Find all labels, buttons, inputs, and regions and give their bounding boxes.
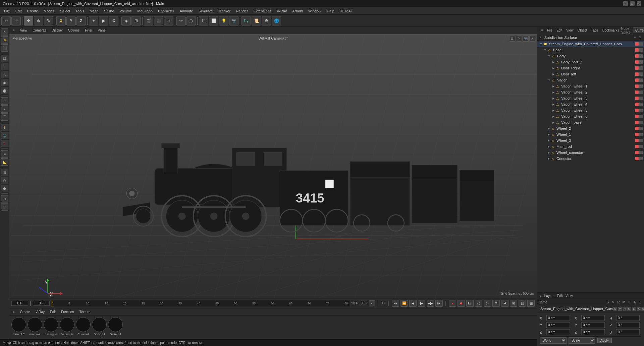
- vw6-grid[interactable]: [639, 115, 643, 118]
- vw1-dot[interactable]: [635, 84, 639, 88]
- rph-toggle[interactable]: ≡: [539, 28, 545, 33]
- vw2-grid[interactable]: [639, 91, 643, 94]
- mat-menu-vray[interactable]: V-Ray: [34, 309, 46, 314]
- menu-extensions[interactable]: Extensions: [251, 8, 274, 14]
- rph-view[interactable]: View: [564, 28, 576, 33]
- paint-button[interactable]: ✏: [176, 16, 186, 25]
- vp-menu-view[interactable]: View: [19, 28, 29, 33]
- mr-dot[interactable]: [635, 145, 639, 148]
- new-object-button[interactable]: +: [89, 16, 98, 25]
- current-frame-input[interactable]: [11, 301, 28, 306]
- oph-close2[interactable]: ✕: [637, 35, 643, 40]
- tool-extra1[interactable]: ⊙: [1, 195, 8, 203]
- apply-button[interactable]: Apply: [597, 338, 612, 343]
- tool-torus[interactable]: ◉: [1, 79, 8, 86]
- obj-wheel3[interactable]: ▶ △ Wheel_3: [537, 137, 644, 143]
- bpart2-dot[interactable]: [635, 60, 639, 64]
- vw5-grid[interactable]: [639, 109, 643, 112]
- vw2-dot[interactable]: [635, 91, 639, 94]
- body-dot-grid[interactable]: [639, 54, 643, 58]
- material-covered[interactable]: Covered: [76, 317, 91, 338]
- tool-box[interactable]: ☐: [1, 55, 8, 62]
- coord-y-size[interactable]: [581, 322, 605, 328]
- plugin-button[interactable]: ⚙: [262, 16, 271, 25]
- obj-wheel1[interactable]: ▶ △ Wheel_1: [537, 131, 644, 137]
- script-button[interactable]: 📜: [252, 16, 261, 25]
- material-roof[interactable]: roof_ma: [28, 317, 42, 338]
- coord-z-pos[interactable]: [546, 329, 570, 335]
- menu-character[interactable]: Character: [155, 8, 177, 14]
- viewport[interactable]: 3415: [9, 34, 537, 298]
- next-frame-button[interactable]: ▷: [484, 300, 491, 307]
- menu-spline[interactable]: Spline: [101, 8, 117, 14]
- minimize-button[interactable]: ─: [623, 1, 628, 6]
- animation-button[interactable]: ▶: [99, 16, 108, 25]
- obj-base[interactable]: ▼ △ Base: [537, 47, 644, 53]
- maximize-button[interactable]: □: [630, 1, 635, 6]
- obj-door-left[interactable]: ▶ △ Door_left: [537, 71, 644, 77]
- obj-body-part2[interactable]: ▶ △ Body_part_2: [537, 59, 644, 65]
- rph-object[interactable]: Object: [576, 28, 589, 33]
- material-vagon[interactable]: Vagon_h: [60, 317, 74, 338]
- mat-menu-create[interactable]: Create: [19, 309, 32, 314]
- tool-grid[interactable]: ⊞: [1, 169, 8, 176]
- material-button[interactable]: ◇: [164, 16, 173, 25]
- coord-system-select[interactable]: World Object Screen: [540, 337, 567, 344]
- dr-dot-grid[interactable]: [639, 66, 643, 70]
- sculpt-button[interactable]: ⬡: [186, 16, 196, 25]
- material-body[interactable]: Body_M: [92, 317, 107, 338]
- vw3-dot[interactable]: [635, 97, 639, 100]
- vw4-grid[interactable]: [639, 103, 643, 106]
- tool-at[interactable]: @: [1, 132, 8, 139]
- viewport-sync-button[interactable]: ↻: [516, 36, 522, 42]
- base-dot-grid[interactable]: [639, 48, 643, 52]
- coord-p[interactable]: [616, 322, 640, 328]
- menu-animate[interactable]: Animate: [177, 8, 196, 14]
- tool-spline[interactable]: ～: [1, 97, 8, 105]
- move-tool-button[interactable]: ✥: [24, 16, 33, 25]
- tool-cylinder[interactable]: ⬤: [1, 87, 8, 94]
- tool-pen2[interactable]: ⌀: [1, 150, 8, 158]
- motion-clip-button[interactable]: 🎞: [466, 300, 474, 307]
- expand-body-part2[interactable]: ▶: [552, 61, 554, 64]
- w1-dot[interactable]: [635, 133, 639, 136]
- tool-pen[interactable]: ✒: [1, 105, 8, 113]
- vagon-dot[interactable]: [635, 78, 639, 82]
- tool-bake[interactable]: ⬢: [1, 185, 8, 192]
- con-dot[interactable]: [635, 157, 639, 160]
- layer-icon-s[interactable]: S: [613, 307, 617, 311]
- menu-arnold[interactable]: Arnold: [289, 8, 306, 14]
- con-grid[interactable]: [639, 157, 643, 160]
- layer-icon-l[interactable]: L: [632, 307, 636, 311]
- python-button[interactable]: Py: [241, 16, 251, 25]
- w3-dot[interactable]: [635, 139, 639, 142]
- obj-vagon-wheel6[interactable]: ▶ △ Vagon_wheel_6: [537, 113, 644, 119]
- prev-keyframe-button[interactable]: ⏪: [400, 300, 408, 307]
- obj-vagon-wheel5[interactable]: ▶ △ Vagon_wheel_5: [537, 107, 644, 113]
- menu-mograph[interactable]: MoGraph: [135, 8, 155, 14]
- viewport-camera-toggle[interactable]: 📷: [523, 36, 529, 42]
- bpart2-dot-grid[interactable]: [639, 60, 643, 64]
- record-button[interactable]: ●: [449, 300, 456, 307]
- layer-icon-m[interactable]: M: [627, 307, 631, 311]
- wc-dot[interactable]: [635, 151, 639, 154]
- tool-sphere[interactable]: ○: [1, 63, 8, 70]
- timeline-ruler[interactable]: 0 5 10 15 20 25 30 35 40 45 50 55: [51, 300, 350, 306]
- vp-menu-options[interactable]: Options: [67, 28, 81, 33]
- w2-grid[interactable]: [639, 127, 643, 130]
- vp-menu-panel[interactable]: Panel: [96, 28, 108, 33]
- extra-button[interactable]: ▤: [519, 300, 526, 307]
- prev-frame-button[interactable]: ◁: [475, 300, 482, 307]
- undo-button[interactable]: ↩: [1, 16, 11, 25]
- light-button[interactable]: 💡: [219, 16, 228, 25]
- points-mode-button[interactable]: Y: [66, 16, 76, 25]
- menu-volume[interactable]: Volume: [117, 8, 135, 14]
- play-button[interactable]: ▶: [418, 300, 425, 307]
- coord-y-pos[interactable]: [546, 322, 570, 328]
- tool-pattern[interactable]: ⬡: [1, 177, 8, 184]
- obj-conector[interactable]: ▶ △ Conector: [537, 156, 644, 162]
- menu-file[interactable]: File: [1, 8, 13, 14]
- expand-vw1[interactable]: ▶: [552, 85, 554, 88]
- snap-button[interactable]: ◈: [121, 16, 131, 25]
- redo-button[interactable]: ↪: [11, 16, 21, 25]
